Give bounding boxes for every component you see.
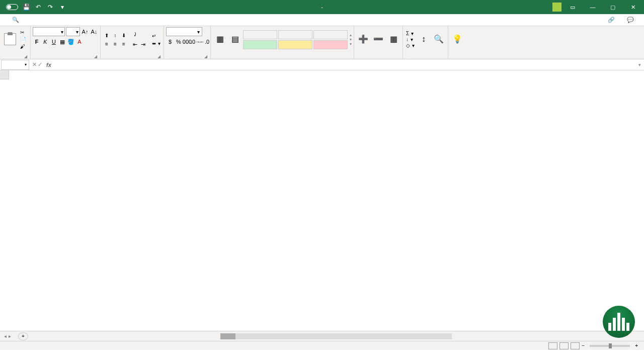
cell-styles-gallery[interactable] bbox=[243, 30, 348, 49]
clipboard-group: ✂ 📄 🖌 ◢ bbox=[0, 26, 31, 59]
toggle-icon bbox=[6, 4, 18, 10]
ribbon-options-icon[interactable]: ▭ bbox=[564, 0, 582, 14]
title-bar: 💾 ↶ ↷ ▾ - ▭ — ▢ ✕ bbox=[0, 0, 644, 14]
gallery-up-icon[interactable]: ▴ bbox=[350, 33, 352, 37]
save-icon[interactable]: 💾 bbox=[22, 3, 30, 11]
decrease-decimal-button[interactable]: ←.0 bbox=[200, 37, 208, 46]
style-schlecht[interactable] bbox=[313, 40, 348, 49]
dialog-launcher-icon[interactable]: ◢ bbox=[94, 54, 97, 59]
zoom-slider[interactable] bbox=[590, 345, 630, 347]
accept-formula-icon[interactable]: ✓ bbox=[38, 61, 42, 68]
ribbon-tabs: 🔍 🔗 💬 bbox=[0, 14, 644, 26]
align-middle-button[interactable]: ↕ bbox=[111, 31, 119, 39]
search-box[interactable]: 🔍 bbox=[8, 17, 25, 23]
chevron-down-icon: ▾ bbox=[197, 29, 200, 35]
share-button[interactable]: 🔗 bbox=[604, 17, 621, 23]
copy-button[interactable]: 📄 bbox=[19, 36, 28, 43]
format-cells-button[interactable]: ▦ bbox=[386, 33, 400, 46]
decrease-indent-button[interactable]: ⇤ bbox=[131, 40, 139, 49]
fx-icon[interactable]: fx bbox=[44, 62, 53, 68]
cut-button[interactable]: ✂ bbox=[19, 29, 28, 36]
formula-bar: ▾ ✕ ✓ fx ▾ bbox=[0, 59, 644, 70]
insert-cells-button[interactable]: ➕ bbox=[356, 33, 370, 46]
style-gut[interactable] bbox=[243, 40, 277, 49]
comment-icon: 💬 bbox=[627, 17, 634, 23]
next-sheet-icon[interactable]: ▸ bbox=[9, 333, 11, 339]
font-size-select[interactable]: ▾ bbox=[66, 27, 80, 36]
page-layout-view-button[interactable] bbox=[559, 342, 569, 349]
qat-customize-icon[interactable]: ▾ bbox=[58, 3, 66, 11]
expand-formula-icon[interactable]: ▾ bbox=[635, 62, 644, 67]
normal-view-button[interactable] bbox=[548, 342, 557, 349]
align-right-button[interactable]: ≡ bbox=[120, 40, 128, 48]
formula-input[interactable] bbox=[53, 60, 635, 70]
align-center-button[interactable]: ≡ bbox=[111, 40, 119, 48]
clear-button[interactable]: ◇ ▾ bbox=[405, 43, 416, 48]
italic-button[interactable]: K bbox=[41, 37, 49, 46]
comments-button[interactable]: 💬 bbox=[623, 17, 640, 23]
dialog-launcher-icon[interactable]: ◢ bbox=[204, 54, 207, 59]
user-avatar[interactable] bbox=[552, 3, 561, 12]
number-group: ▾ $ % 000 .0→ ←.0 ◢ bbox=[164, 26, 211, 59]
sort-filter-button[interactable]: ↕ bbox=[417, 33, 431, 46]
style-standard[interactable] bbox=[313, 30, 348, 39]
worksheet-grid[interactable] bbox=[0, 70, 644, 331]
style-standard2[interactable] bbox=[243, 30, 277, 39]
increase-font-button[interactable]: A↑ bbox=[81, 27, 89, 36]
cond-fmt-icon: ▦ bbox=[215, 34, 225, 44]
close-button[interactable]: ✕ bbox=[624, 0, 642, 14]
gallery-more-icon[interactable]: ▾ bbox=[350, 42, 352, 46]
align-top-button[interactable]: ⬆ bbox=[103, 31, 111, 39]
delete-cells-button[interactable]: ➖ bbox=[371, 33, 385, 46]
cancel-formula-icon[interactable]: ✕ bbox=[32, 61, 37, 68]
percent-button[interactable]: % bbox=[175, 37, 183, 46]
font-color-button[interactable]: A bbox=[75, 37, 84, 46]
chevron-down-icon: ▾ bbox=[61, 29, 63, 35]
thousands-button[interactable]: 000 bbox=[183, 37, 191, 46]
style-standard0[interactable] bbox=[278, 30, 312, 39]
number-format-select[interactable]: ▾ bbox=[166, 27, 202, 36]
decrease-font-button[interactable]: A↓ bbox=[90, 27, 98, 36]
underline-button[interactable]: U bbox=[50, 37, 58, 46]
conditional-formatting-button[interactable]: ▦ bbox=[213, 33, 227, 46]
maximize-button[interactable]: ▢ bbox=[604, 0, 622, 14]
style-neutral[interactable] bbox=[278, 40, 312, 49]
redo-icon[interactable]: ↷ bbox=[46, 3, 54, 11]
ribbon: ✂ 📄 🖌 ◢ ▾ ▾ A↑ A↓ F K U ▦ 🪣 A ◢ bbox=[0, 26, 644, 59]
zoom-in-button[interactable]: + bbox=[635, 343, 638, 348]
undo-icon[interactable]: ↶ bbox=[34, 3, 42, 11]
format-as-table-button[interactable]: ▤ bbox=[228, 33, 242, 46]
ideas-button[interactable]: 💡 bbox=[450, 33, 464, 46]
fill-button[interactable]: ↓ ▾ bbox=[405, 37, 416, 42]
increase-indent-button[interactable]: ⇥ bbox=[139, 40, 147, 49]
autosum-button[interactable]: Σ ▾ bbox=[405, 31, 416, 36]
orientation-button[interactable]: ⤸ bbox=[131, 30, 139, 39]
minimize-button[interactable]: — bbox=[584, 0, 602, 14]
page-break-view-button[interactable] bbox=[571, 342, 580, 349]
dialog-launcher-icon[interactable]: ◢ bbox=[24, 54, 27, 59]
wrap-text-button[interactable]: ↵ bbox=[151, 33, 162, 39]
format-painter-button[interactable]: 🖌 bbox=[19, 43, 28, 50]
name-box[interactable]: ▾ bbox=[1, 60, 29, 70]
dialog-launcher-icon[interactable]: ◢ bbox=[157, 54, 160, 59]
prev-sheet-icon[interactable]: ◂ bbox=[4, 333, 7, 339]
font-group: ▾ ▾ A↑ A↓ F K U ▦ 🪣 A ◢ bbox=[31, 26, 101, 59]
paste-button[interactable] bbox=[2, 32, 18, 47]
border-button[interactable]: ▦ bbox=[58, 37, 66, 46]
font-name-select[interactable]: ▾ bbox=[33, 27, 65, 36]
add-sheet-button[interactable]: + bbox=[18, 332, 28, 340]
align-bottom-button[interactable]: ⬇ bbox=[120, 31, 128, 39]
increase-decimal-button[interactable]: .0→ bbox=[192, 37, 200, 46]
fill-color-button[interactable]: 🪣 bbox=[67, 37, 75, 46]
gallery-down-icon[interactable]: ▾ bbox=[350, 37, 352, 42]
horizontal-scrollbar[interactable] bbox=[28, 333, 644, 339]
auto-save-toggle[interactable] bbox=[4, 4, 18, 10]
find-icon: 🔍 bbox=[434, 34, 444, 44]
select-all-corner[interactable] bbox=[0, 70, 9, 79]
merge-button[interactable]: ⬌ ▾ bbox=[151, 40, 162, 47]
find-select-button[interactable]: 🔍 bbox=[432, 33, 446, 46]
currency-button[interactable]: $ bbox=[166, 37, 174, 46]
bold-button[interactable]: F bbox=[33, 37, 41, 46]
zoom-out-button[interactable]: − bbox=[582, 343, 585, 348]
align-left-button[interactable]: ≡ bbox=[103, 40, 111, 48]
